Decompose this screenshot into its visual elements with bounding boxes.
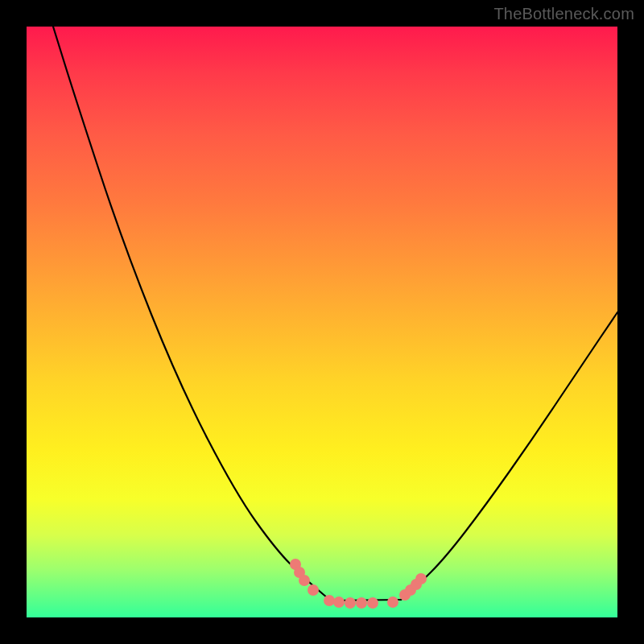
chart-frame: TheBottleneck.com: [0, 0, 644, 644]
chart-svg: [27, 27, 617, 617]
data-marker: [387, 597, 398, 608]
data-marker: [345, 597, 356, 609]
plot-area: [27, 27, 617, 617]
data-marker: [299, 575, 310, 586]
data-marker: [333, 597, 345, 608]
data-marker: [324, 595, 335, 606]
data-marker: [356, 597, 367, 609]
curve-right-branch: [401, 312, 617, 600]
curve-left-branch: [53, 27, 331, 601]
watermark-label: TheBottleneck.com: [493, 5, 634, 23]
data-marker: [415, 573, 427, 584]
data-marker: [367, 597, 378, 609]
data-marker: [308, 584, 319, 596]
